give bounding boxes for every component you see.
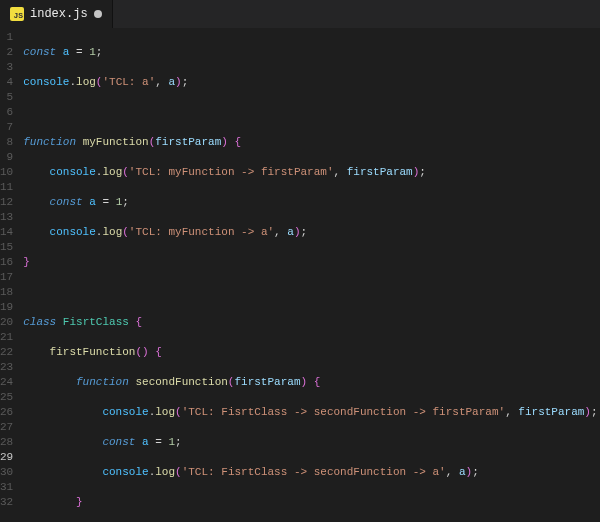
code-line[interactable] (23, 105, 600, 120)
tab-bar: JS index.js (0, 0, 600, 28)
line-number: 18 (0, 285, 13, 300)
editor: 1 2 3 4 5 6 7 8 9 10 11 12 13 14 15 16 1… (0, 28, 600, 522)
line-number: 7 (0, 120, 13, 135)
line-number: 3 (0, 60, 13, 75)
code-line[interactable]: function secondFunction(firstParam) { (23, 375, 600, 390)
code-line[interactable]: const a = 1; (23, 45, 600, 60)
javascript-file-icon: JS (10, 7, 24, 21)
line-number: 28 (0, 435, 13, 450)
line-number: 10 (0, 165, 13, 180)
code-line[interactable]: console.log('TCL: myFunction -> firstPar… (23, 165, 600, 180)
line-number: 12 (0, 195, 13, 210)
line-number: 26 (0, 405, 13, 420)
tab-index-js[interactable]: JS index.js (0, 0, 113, 28)
line-number: 25 (0, 390, 13, 405)
line-number: 4 (0, 75, 13, 90)
line-number: 5 (0, 90, 13, 105)
line-number: 2 (0, 45, 13, 60)
code-area[interactable]: const a = 1; console.log('TCL: a', a); f… (23, 30, 600, 522)
line-number: 30 (0, 465, 13, 480)
code-line[interactable]: } (23, 255, 600, 270)
line-number: 9 (0, 150, 13, 165)
code-line[interactable]: function myFunction(firstParam) { (23, 135, 600, 150)
line-number: 19 (0, 300, 13, 315)
code-line[interactable]: console.log('TCL: FisrtClass -> secondFu… (23, 405, 600, 420)
line-number: 27 (0, 420, 13, 435)
line-number: 6 (0, 105, 13, 120)
line-number: 13 (0, 210, 13, 225)
line-number: 24 (0, 375, 13, 390)
line-number: 31 (0, 480, 13, 495)
code-line[interactable]: const a = 1; (23, 435, 600, 450)
line-number-gutter[interactable]: 1 2 3 4 5 6 7 8 9 10 11 12 13 14 15 16 1… (0, 30, 23, 522)
line-number: 21 (0, 330, 13, 345)
line-number: 22 (0, 345, 13, 360)
code-line[interactable]: console.log('TCL: myFunction -> a', a); (23, 225, 600, 240)
line-number: 11 (0, 180, 13, 195)
code-line[interactable]: console.log('TCL: FisrtClass -> secondFu… (23, 465, 600, 480)
code-line[interactable]: firstFunction() { (23, 345, 600, 360)
code-line[interactable]: class FisrtClass { (23, 315, 600, 330)
code-line[interactable]: } (23, 495, 600, 510)
line-number: 20 (0, 315, 13, 330)
code-line[interactable]: console.log('TCL: a', a); (23, 75, 600, 90)
tab-filename: index.js (30, 7, 88, 21)
line-number: 16 (0, 255, 13, 270)
line-number: 1 (0, 30, 13, 45)
line-number: 8 (0, 135, 13, 150)
unsaved-indicator-icon (94, 10, 102, 18)
line-number: 32 (0, 495, 13, 510)
line-number: 29 (0, 450, 13, 465)
line-number: 23 (0, 360, 13, 375)
line-number: 15 (0, 240, 13, 255)
line-number: 14 (0, 225, 13, 240)
code-line[interactable]: const a = 1; (23, 195, 600, 210)
line-number: 17 (0, 270, 13, 285)
code-line[interactable] (23, 285, 600, 300)
